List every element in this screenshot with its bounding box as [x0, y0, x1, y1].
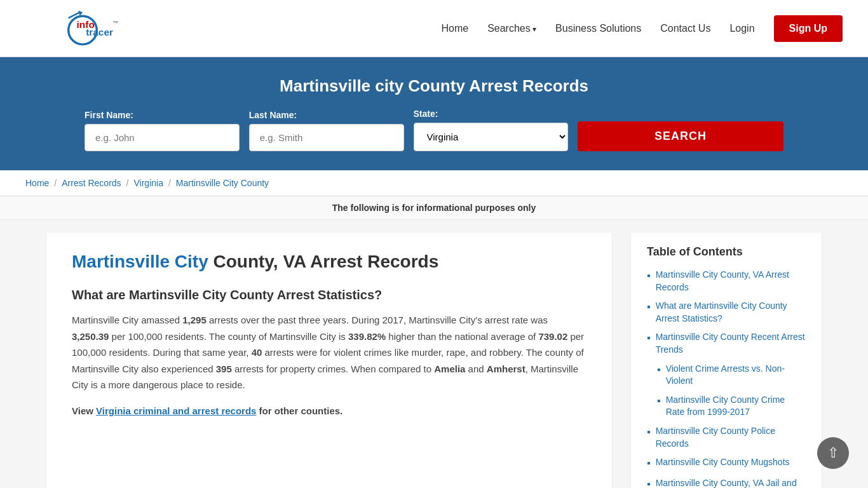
- breadcrumb-separator: /: [168, 178, 171, 188]
- breadcrumb-item[interactable]: Virginia: [134, 178, 163, 188]
- main-content: Martinsville City County, VA Arrest Reco…: [27, 233, 841, 488]
- breadcrumb-item[interactable]: Martinsville City County: [176, 178, 269, 188]
- toc-list-item: Martinsville City County, VA Jail and In…: [647, 477, 806, 488]
- toc-list-item: Martinsville City County Crime Rate from…: [657, 394, 806, 419]
- last-name-label: Last Name:: [249, 110, 404, 120]
- state-select[interactable]: AlabamaAlaskaArizonaArkansasCaliforniaCo…: [414, 123, 569, 151]
- toc-list-item: Violent Crime Arrests vs. Non-Violent: [657, 363, 806, 388]
- toc-link[interactable]: What are Martinsville City County Arrest…: [656, 300, 806, 325]
- toc-title: Table of Contents: [647, 245, 806, 259]
- nav-home[interactable]: Home: [441, 23, 468, 34]
- state-group: State: AlabamaAlaskaArizonaArkansasCalif…: [414, 109, 569, 151]
- breadcrumb-separator: /: [126, 178, 129, 188]
- signup-button[interactable]: Sign Up: [774, 15, 843, 42]
- main-nav: Home Searches Business Solutions Contact…: [441, 15, 843, 42]
- article: Martinsville City County, VA Arrest Reco…: [46, 233, 612, 488]
- article-paragraph: Martinsville City amassed 1,295 arrests …: [72, 312, 587, 393]
- logo[interactable]: info tracer ™: [25, 10, 140, 48]
- toc-link[interactable]: Martinsville City County Mugshots: [656, 456, 790, 469]
- toc-list-item: Martinsville City County Recent Arrest T…: [647, 331, 806, 356]
- toc-box: Table of Contents Martinsville City Coun…: [631, 233, 822, 488]
- nav-searches[interactable]: Searches: [487, 23, 536, 34]
- toc-list-item: Martinsville City County, VA Arrest Reco…: [647, 269, 806, 294]
- toc-link[interactable]: Martinsville City County, VA Arrest Reco…: [656, 269, 806, 294]
- nav-business-solutions[interactable]: Business Solutions: [555, 23, 641, 34]
- svg-text:™: ™: [112, 20, 118, 26]
- breadcrumb-bar: Home/Arrest Records/Virginia/Martinsvill…: [0, 170, 868, 196]
- breadcrumb-item[interactable]: Home: [25, 178, 49, 188]
- toc-list-item: Martinsville City County Mugshots: [647, 456, 806, 470]
- svg-text:tracer: tracer: [86, 27, 113, 37]
- first-name-label: First Name:: [85, 110, 240, 120]
- toc-link[interactable]: Martinsville City County, VA Jail and In…: [656, 477, 806, 488]
- sidebar: Table of Contents Martinsville City Coun…: [631, 233, 822, 488]
- hero-title: Martinsville city County Arrest Records: [25, 76, 843, 96]
- info-banner: The following is for informational purpo…: [0, 196, 868, 220]
- article-title-rest: County, VA Arrest Records: [208, 252, 439, 271]
- article-title: Martinsville City County, VA Arrest Reco…: [72, 252, 587, 272]
- toc-list: Martinsville City County, VA Arrest Reco…: [647, 269, 806, 488]
- hero-section: Martinsville city County Arrest Records …: [0, 57, 868, 170]
- toc-link[interactable]: Violent Crime Arrests vs. Non-Violent: [666, 363, 806, 388]
- header: info tracer ™ Home Searches Business Sol…: [0, 0, 868, 57]
- toc-link[interactable]: Martinsville City County Recent Arrest T…: [656, 331, 806, 356]
- toc-list-item: What are Martinsville City County Arrest…: [647, 300, 806, 325]
- link-line: View Virginia criminal and arrest record…: [72, 403, 587, 419]
- search-button[interactable]: SEARCH: [578, 121, 783, 151]
- breadcrumb-item[interactable]: Arrest Records: [62, 178, 121, 188]
- scroll-up-button[interactable]: ⇧: [817, 437, 849, 469]
- virginia-records-link[interactable]: Virginia criminal and arrest records: [96, 405, 256, 416]
- breadcrumb: Home/Arrest Records/Virginia/Martinsvill…: [25, 178, 843, 188]
- toc-link[interactable]: Martinsville City County Police Records: [656, 425, 806, 450]
- article-title-blue: Martinsville City: [72, 252, 208, 271]
- first-name-input[interactable]: [85, 124, 240, 151]
- toc-list-item: Martinsville City County Police Records: [647, 425, 806, 450]
- login-button[interactable]: Login: [729, 23, 754, 34]
- article-stats-heading: What are Martinsville City County Arrest…: [72, 288, 587, 302]
- breadcrumb-separator: /: [54, 178, 57, 188]
- nav-contact-us[interactable]: Contact Us: [660, 23, 710, 34]
- first-name-group: First Name:: [85, 110, 240, 151]
- state-label: State:: [414, 109, 569, 119]
- search-form: First Name: Last Name: State: AlabamaAla…: [85, 109, 783, 151]
- link-line-suffix: for other counties.: [256, 405, 342, 416]
- last-name-group: Last Name:: [249, 110, 404, 151]
- last-name-input[interactable]: [249, 124, 404, 151]
- toc-link[interactable]: Martinsville City County Crime Rate from…: [666, 394, 806, 419]
